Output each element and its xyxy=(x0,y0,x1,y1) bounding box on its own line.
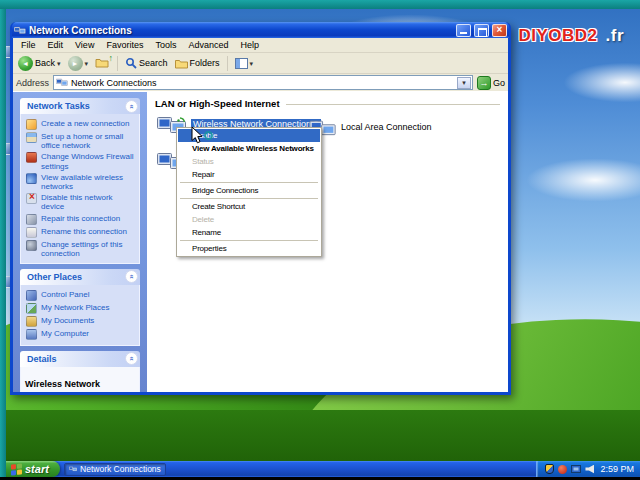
rename-icon xyxy=(26,227,37,238)
window-titlebar[interactable]: Network Connections xyxy=(12,22,509,38)
ctx-bridge-connections[interactable]: Bridge Connections xyxy=(178,184,320,197)
network-places-icon xyxy=(26,303,37,314)
task-button-label: Network Connections xyxy=(80,464,161,474)
tile-label: Local Area Connection xyxy=(341,122,432,132)
repair-icon xyxy=(26,214,37,225)
minimize-button[interactable] xyxy=(456,24,471,37)
views-icon xyxy=(235,58,248,69)
close-button[interactable] xyxy=(492,24,507,37)
collapse-chevron-button[interactable] xyxy=(125,100,138,113)
forward-button[interactable] xyxy=(66,54,91,72)
menu-separator xyxy=(180,182,318,183)
menu-view[interactable]: View xyxy=(69,40,100,50)
panel-network-tasks-header: Network Tasks xyxy=(20,98,140,114)
menu-bar: File Edit View Favorites Tools Advanced … xyxy=(13,38,508,53)
task-label: Disable this network device xyxy=(41,193,137,211)
menu-help[interactable]: Help xyxy=(234,40,265,50)
toolbar-separator xyxy=(117,56,118,71)
panel-title: Other Places xyxy=(27,272,125,282)
task-view-wireless-networks[interactable]: View available wireless networks xyxy=(26,173,137,191)
menu-tools[interactable]: Tools xyxy=(149,40,182,50)
disable-icon xyxy=(26,193,37,204)
up-button[interactable]: ↑ xyxy=(93,54,112,72)
task-change-firewall[interactable]: Change Windows Firewall settings xyxy=(26,152,137,170)
windows-logo-icon xyxy=(11,463,22,475)
task-label: Change settings of this connection xyxy=(41,240,137,258)
system-tray: 2:59 PM xyxy=(536,461,640,477)
start-button[interactable]: start xyxy=(6,461,60,477)
task-window-icon xyxy=(69,465,77,473)
network-tray-icon[interactable] xyxy=(571,465,581,473)
task-setup-home-network[interactable]: Set up a home or small office network xyxy=(26,132,137,150)
link-control-panel[interactable]: Control Panel xyxy=(26,290,137,301)
link-my-network-places[interactable]: My Network Places xyxy=(26,303,137,314)
task-rename-connection[interactable]: Rename this connection xyxy=(26,227,137,238)
chevron-down-icon xyxy=(57,58,61,68)
panel-details: Details Wireless Network xyxy=(20,351,140,392)
link-label: My Documents xyxy=(41,316,94,325)
collapse-chevron-button[interactable] xyxy=(125,352,138,365)
menu-edit[interactable]: Edit xyxy=(42,40,70,50)
search-label: Search xyxy=(139,58,168,68)
taskbar-task-network-connections[interactable]: Network Connections xyxy=(64,463,166,476)
control-panel-icon xyxy=(26,290,37,301)
security-shield-icon[interactable] xyxy=(545,464,554,474)
task-disable-device[interactable]: Disable this network device xyxy=(26,193,137,211)
ctx-status: Status xyxy=(178,155,320,168)
link-label: My Network Places xyxy=(41,303,109,312)
taskbar-clock[interactable]: 2:59 PM xyxy=(600,464,634,474)
views-button[interactable] xyxy=(233,54,256,72)
collapse-chevron-button[interactable] xyxy=(125,270,138,283)
address-dropdown-button[interactable] xyxy=(457,77,471,89)
address-value: Network Connections xyxy=(71,78,454,88)
link-my-documents[interactable]: My Documents xyxy=(26,316,137,327)
window-title: Network Connections xyxy=(29,25,453,36)
cloud xyxy=(500,150,640,210)
tile-local-area-connection[interactable]: Local Area Connection xyxy=(309,118,432,136)
address-label: Address xyxy=(16,78,49,88)
group-header: LAN or High-Speed Internet xyxy=(155,98,500,109)
address-combo[interactable]: Network Connections xyxy=(53,75,473,90)
address-icon xyxy=(56,78,68,87)
task-create-connection[interactable]: Create a new connection xyxy=(26,119,137,130)
task-repair-connection[interactable]: Repair this connection xyxy=(26,214,137,225)
chevron-up-icon xyxy=(127,104,136,108)
ctx-repair[interactable]: Repair xyxy=(178,168,320,181)
menu-advanced[interactable]: Advanced xyxy=(182,40,234,50)
tray-status-icon[interactable] xyxy=(558,465,567,474)
link-label: Control Panel xyxy=(41,290,89,299)
folders-button[interactable]: Folders xyxy=(173,54,222,72)
taskbar: start Network Connections 2:59 PM xyxy=(0,461,640,477)
ctx-delete: Delete xyxy=(178,213,320,226)
details-connection-name: Wireless Network xyxy=(25,379,135,389)
back-button[interactable]: Back xyxy=(16,54,63,72)
panel-other-places-body: Control Panel My Network Places My Docum… xyxy=(20,285,140,346)
ctx-properties[interactable]: Properties xyxy=(178,242,320,255)
volume-icon[interactable] xyxy=(585,465,594,474)
toolbar: Back ↑ Search xyxy=(13,53,508,74)
watermark-main: DIYOBD2 xyxy=(510,20,605,51)
menu-separator xyxy=(180,240,318,241)
panel-network-tasks: Network Tasks Create a new connection Se… xyxy=(20,98,140,264)
ctx-create-shortcut[interactable]: Create Shortcut xyxy=(178,200,320,213)
search-button[interactable]: Search xyxy=(123,54,170,72)
panel-title: Network Tasks xyxy=(27,101,125,111)
wireless-icon xyxy=(26,173,37,184)
watermark: DIYOBD2.fr xyxy=(510,26,624,46)
search-icon xyxy=(125,57,137,69)
up-folder-icon: ↑ xyxy=(95,57,110,69)
go-button[interactable]: Go xyxy=(477,76,505,90)
back-label: Back xyxy=(35,58,55,68)
task-change-settings[interactable]: Change settings of this connection xyxy=(26,240,137,258)
maximize-button[interactable] xyxy=(474,24,489,37)
watermark-suffix: .fr xyxy=(606,26,625,45)
ctx-rename[interactable]: Rename xyxy=(178,226,320,239)
screen: DIYOBD2.fr Network Connections File Edit… xyxy=(0,0,640,480)
capture-edge-left xyxy=(0,9,6,477)
menu-file[interactable]: File xyxy=(15,40,42,50)
menu-favorites[interactable]: Favorites xyxy=(100,40,149,50)
link-my-computer[interactable]: My Computer xyxy=(26,329,137,340)
mouse-cursor xyxy=(191,126,204,149)
start-label: start xyxy=(25,463,49,475)
chevron-up-icon xyxy=(127,357,136,361)
